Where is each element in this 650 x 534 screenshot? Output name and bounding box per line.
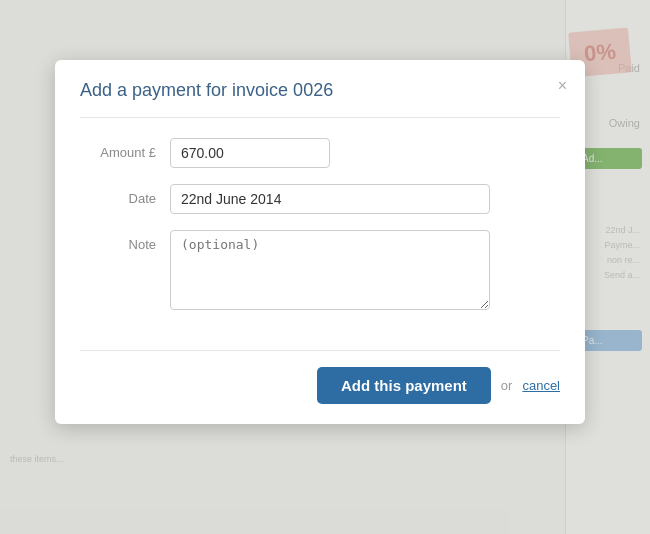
payment-modal: Add a payment for invoice 0026 × Amount … bbox=[55, 60, 585, 424]
amount-label: Amount £ bbox=[80, 138, 170, 160]
date-input[interactable] bbox=[170, 184, 490, 214]
note-label: Note bbox=[80, 230, 170, 252]
footer-or-text: or bbox=[501, 378, 513, 393]
note-textarea[interactable] bbox=[170, 230, 490, 310]
date-row: Date bbox=[80, 184, 560, 214]
modal-footer: Add this payment or cancel bbox=[55, 351, 585, 424]
amount-input[interactable] bbox=[170, 138, 330, 168]
note-row: Note bbox=[80, 230, 560, 310]
modal-body: Amount £ Date Note bbox=[55, 118, 585, 346]
modal-title: Add a payment for invoice 0026 bbox=[80, 80, 560, 101]
amount-row: Amount £ bbox=[80, 138, 560, 168]
modal-close-button[interactable]: × bbox=[558, 78, 567, 94]
date-label: Date bbox=[80, 184, 170, 206]
submit-payment-button[interactable]: Add this payment bbox=[317, 367, 491, 404]
cancel-button[interactable]: cancel bbox=[522, 378, 560, 393]
modal-header: Add a payment for invoice 0026 × bbox=[55, 60, 585, 117]
